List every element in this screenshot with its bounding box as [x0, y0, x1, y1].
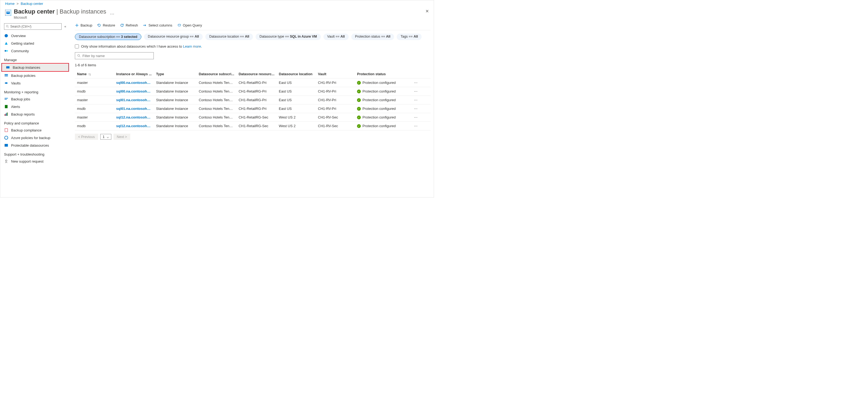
sidebar-item-backup-jobs[interactable]: Backup jobs	[0, 95, 70, 103]
col-location[interactable]: Datasource location	[277, 70, 316, 79]
filter-by-name[interactable]	[75, 52, 154, 59]
filter-datasource-type[interactable]: Datasource type == SQL in Azure VM	[256, 33, 321, 40]
refresh-button[interactable]: Refresh	[120, 23, 138, 27]
breadcrumb-home[interactable]: Home	[5, 2, 14, 6]
sidebar-item-vaults[interactable]: Vaults	[0, 79, 70, 87]
filter-protection-status[interactable]: Protection status == All	[351, 33, 394, 40]
cell-resource-group: CH1-RetailRG-Sec	[237, 122, 277, 131]
sidebar-item-backup-instances[interactable]: Backup instances	[2, 63, 68, 71]
breadcrumb: Home > Backup center	[0, 0, 434, 7]
filter-resource-group[interactable]: Datasource resource group == All	[144, 33, 203, 40]
filter-subscription[interactable]: Datasource subscription == 3 selected	[75, 33, 141, 40]
cell-name: master	[75, 96, 114, 105]
table-row[interactable]: mastersql12.na.contosohotels...Standalon…	[75, 113, 431, 122]
filter-location[interactable]: Datasource location == All	[206, 33, 253, 40]
row-menu-button[interactable]: ⋯	[401, 122, 431, 131]
sidebar-item-backup-compliance[interactable]: Backup compliance	[0, 126, 70, 134]
row-menu-button[interactable]: ⋯	[401, 105, 431, 113]
sidebar-search[interactable]: Search (Ctrl+/)	[4, 23, 62, 30]
backup-button[interactable]: Backup	[75, 23, 92, 27]
cell-location: East US	[277, 87, 316, 96]
header-more-button[interactable]: ⋯	[110, 11, 114, 17]
svg-line-3	[8, 27, 9, 28]
col-status[interactable]: Protection status	[355, 70, 401, 79]
cell-name: msdb	[75, 87, 114, 96]
cell-vault: CH1-RV-Pri	[316, 96, 355, 105]
sidebar-item-alerts[interactable]: Alerts	[0, 103, 70, 110]
sidebar-item-azure-policies[interactable]: Azure policies for backup	[0, 134, 70, 141]
filter-tags[interactable]: Tags == All	[397, 33, 422, 40]
svg-point-6	[6, 50, 8, 52]
access-checkbox[interactable]	[75, 45, 79, 49]
prev-button[interactable]: < Previous	[75, 134, 98, 140]
page-select[interactable]: 1⌵	[100, 134, 111, 140]
sidebar-search-placeholder: Search (Ctrl+/)	[10, 25, 31, 28]
cell-instance-link[interactable]: sql01.na.contosohotels...	[114, 105, 154, 113]
cell-vault: CH1-RV-Sec	[316, 122, 355, 131]
compliance-icon	[4, 128, 8, 132]
cell-location: West US 2	[277, 122, 316, 131]
cell-instance-link[interactable]: sql12.na.contosohotels...	[114, 113, 154, 122]
col-name[interactable]: Name	[75, 70, 114, 79]
row-menu-button[interactable]: ⋯	[401, 113, 431, 122]
sidebar-item-label: Alerts	[11, 105, 20, 109]
row-menu-button[interactable]: ⋯	[401, 96, 431, 105]
col-instance[interactable]: Instance or Always ...	[114, 70, 154, 79]
col-type[interactable]: Type	[154, 70, 196, 79]
svg-rect-11	[5, 99, 7, 100]
instances-table: Name Instance or Always ... Type Datasou…	[75, 70, 431, 131]
sidebar-item-getting-started[interactable]: Getting started	[0, 39, 70, 47]
sidebar-item-backup-policies[interactable]: Backup policies	[0, 72, 70, 79]
sidebar-item-overview[interactable]: Overview	[0, 32, 70, 39]
select-columns-button[interactable]: Select columns	[143, 23, 172, 27]
sidebar-item-label: New support request	[11, 159, 43, 163]
open-query-button[interactable]: Open Query	[177, 23, 202, 27]
sidebar-item-label: Protectable datasources	[11, 143, 49, 147]
cell-resource-group: CH1-RetailRG-Pri	[237, 96, 277, 105]
svg-point-19	[5, 160, 7, 162]
col-vault[interactable]: Vault	[316, 70, 355, 79]
row-menu-button[interactable]: ⋯	[401, 79, 431, 87]
cell-instance-link[interactable]: sql00.na.contosohotels...	[114, 79, 154, 87]
table-row[interactable]: mastersql00.na.contosohotels...Standalon…	[75, 79, 431, 87]
breadcrumb-current[interactable]: Backup center	[21, 2, 43, 6]
cell-subscription: Contoso Hotels Tenant -...	[196, 122, 237, 131]
cell-instance-link[interactable]: sql12.na.contosohotels...	[114, 122, 154, 131]
cell-instance-link[interactable]: sql01.na.contosohotels...	[114, 96, 154, 105]
row-menu-button[interactable]: ⋯	[401, 87, 431, 96]
svg-rect-13	[5, 114, 5, 116]
sidebar-item-community[interactable]: Community	[0, 47, 70, 55]
sidebar-item-new-support[interactable]: New support request	[0, 158, 70, 165]
learn-more-link[interactable]: Learn more	[183, 45, 201, 49]
jobs-icon	[4, 97, 8, 101]
sidebar-item-label: Community	[11, 49, 29, 53]
restore-button[interactable]: Restore	[97, 23, 115, 27]
table-row[interactable]: mastersql01.na.contosohotels...Standalon…	[75, 96, 431, 105]
restore-icon	[97, 23, 101, 27]
cell-instance-link[interactable]: sql00.na.contosohotels...	[114, 87, 154, 96]
svg-rect-18	[5, 144, 8, 147]
col-subscription[interactable]: Datasource subscri...	[196, 70, 237, 79]
access-checkbox-label: Only show information about datasources …	[81, 45, 202, 49]
sidebar-item-protectable-datasources[interactable]: Protectable datasources	[0, 141, 70, 149]
filter-input-field[interactable]	[83, 54, 151, 58]
cell-name: master	[75, 113, 114, 122]
col-resource-group[interactable]: Datasource resourc...	[237, 70, 277, 79]
sidebar-collapse-button[interactable]: «	[64, 25, 66, 28]
sidebar-item-backup-reports[interactable]: Backup reports	[0, 110, 70, 118]
sidebar-item-label: Backup instances	[13, 65, 40, 69]
table-row[interactable]: msdbsql01.na.contosohotels...Standalone …	[75, 105, 431, 113]
filter-vault[interactable]: Vault == All	[323, 33, 349, 40]
vaults-icon	[4, 81, 8, 85]
cell-subscription: Contoso Hotels Tenant -...	[196, 113, 237, 122]
success-icon: ✓	[357, 98, 361, 102]
svg-rect-9	[5, 76, 8, 76]
svg-rect-1	[7, 12, 9, 12]
next-button[interactable]: Next >	[114, 134, 130, 140]
svg-point-5	[5, 50, 6, 52]
table-row[interactable]: msdbsql00.na.contosohotels...Standalone …	[75, 87, 431, 96]
search-icon	[6, 25, 9, 28]
table-row[interactable]: msdbsql12.na.contosohotels...Standalone …	[75, 122, 431, 131]
item-count: 1-6 of 6 items	[75, 63, 431, 67]
close-button[interactable]: ✕	[425, 9, 429, 14]
